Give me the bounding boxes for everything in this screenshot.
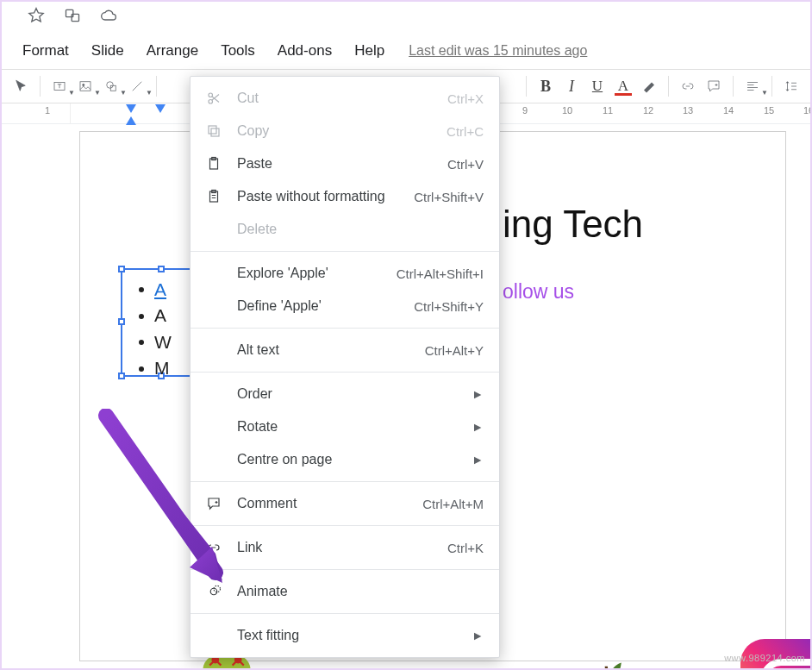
menu-item-paste[interactable]: PasteCtrl+V: [191, 147, 499, 180]
scissors-icon: [203, 91, 225, 106]
menu-item-define-apple[interactable]: Define 'Apple'Ctrl+Shift+Y: [191, 290, 499, 322]
menu-shortcut: Ctrl+X: [447, 91, 484, 106]
bullet-list: A A W M: [139, 277, 172, 382]
menu-slide[interactable]: Slide: [83, 39, 133, 63]
menu-separator: [191, 251, 499, 252]
submenu-arrow-icon: ►: [472, 420, 484, 434]
resize-handle[interactable]: [118, 266, 125, 272]
bold-button[interactable]: B: [534, 74, 558, 98]
indent-marker-left[interactable]: [126, 115, 136, 125]
ruler-tick: 14: [723, 105, 734, 116]
menu-shortcut: Ctrl+Alt+Shift+I: [397, 266, 484, 281]
separator: [771, 76, 772, 97]
link-icon: [203, 540, 225, 555]
menu-item-text-fitting[interactable]: Text fitting►: [191, 619, 499, 652]
menu-item-link[interactable]: LinkCtrl+K: [191, 531, 499, 564]
slide-title-text: ing Tech: [503, 203, 643, 246]
text-color-button[interactable]: A: [611, 74, 635, 98]
ruler-tick: 1: [45, 105, 50, 116]
menu-arrange[interactable]: Arrange: [138, 39, 207, 63]
menu-item-paste-without-formatting[interactable]: Paste without formattingCtrl+Shift+V: [191, 180, 499, 213]
menu-tools[interactable]: Tools: [212, 39, 264, 63]
textbox-tool[interactable]: ▼: [47, 74, 72, 98]
menu-separator: [191, 481, 499, 482]
menu-item-cut: CutCtrl+X: [191, 82, 499, 115]
menu-item-label: Delete: [237, 222, 484, 237]
resize-handle[interactable]: [158, 266, 165, 272]
context-menu: CutCtrl+XCopyCtrl+CPasteCtrl+VPaste with…: [190, 76, 500, 658]
menu-item-label: Order: [237, 386, 472, 402]
menu-item-rotate[interactable]: Rotate►: [191, 410, 499, 443]
follow-us-text: ollow us: [503, 280, 574, 304]
line-tool[interactable]: ▼: [125, 74, 149, 98]
image-tool[interactable]: ▼: [73, 74, 97, 98]
menu-shortcut: Ctrl+K: [447, 541, 484, 555]
menu-item-alt-text[interactable]: Alt textCtrl+Alt+Y: [191, 334, 499, 366]
separator: [40, 76, 41, 97]
menu-item-order[interactable]: Order►: [191, 378, 499, 410]
svg-rect-3: [80, 82, 91, 91]
menu-separator: [191, 569, 499, 570]
menu-separator: [191, 372, 499, 373]
list-item: W: [139, 329, 172, 355]
menu-item-label: Define 'Apple': [237, 298, 414, 314]
insert-link-button[interactable]: [676, 74, 700, 98]
menu-shortcut: Ctrl+Alt+Y: [425, 343, 484, 358]
menu-item-delete: Delete: [191, 213, 499, 246]
list-item: A: [139, 303, 172, 329]
indent-marker-hanging[interactable]: [155, 104, 166, 115]
menu-item-explore-apple[interactable]: Explore 'Apple'Ctrl+Alt+Shift+I: [191, 257, 499, 290]
menu-item-label: Comment: [237, 496, 422, 511]
list-item: M: [139, 355, 172, 381]
menu-item-label: Alt text: [237, 342, 425, 358]
star-icon[interactable]: [28, 7, 45, 27]
ruler-tick: 9: [522, 105, 528, 116]
menu-shortcut: Ctrl+Alt+M: [422, 497, 484, 511]
clipboard-plain-icon: [203, 189, 225, 204]
submenu-arrow-icon: ►: [472, 387, 484, 401]
menu-addons[interactable]: Add-ons: [269, 39, 340, 63]
menu-item-comment[interactable]: CommentCtrl+Alt+M: [191, 487, 499, 520]
copy-icon: [203, 123, 225, 139]
last-edit-link[interactable]: Last edit was 15 minutes ago: [409, 43, 587, 59]
resize-handle[interactable]: [118, 318, 125, 325]
bullet-icon: [139, 287, 144, 292]
menu-item-label: Text fitting: [237, 628, 472, 643]
ruler-tick: 13: [683, 105, 693, 116]
menu-item-copy: CopyCtrl+C: [191, 115, 499, 147]
resize-handle[interactable]: [118, 373, 125, 379]
menu-item-centre-on-page[interactable]: Centre on page►: [191, 443, 499, 476]
ruler-tick: 16: [803, 105, 812, 116]
ruler-tick: 10: [562, 105, 572, 116]
list-item: A: [139, 277, 172, 303]
shape-tool[interactable]: ▼: [99, 74, 123, 98]
separator: [156, 76, 157, 97]
translate-icon[interactable]: [64, 7, 81, 27]
menu-separator: [191, 613, 499, 614]
menu-format[interactable]: Format: [14, 39, 78, 63]
menu-shortcut: Ctrl+C: [447, 124, 484, 139]
insert-comment-button[interactable]: [702, 74, 726, 98]
underline-button[interactable]: U: [585, 74, 609, 98]
select-tool[interactable]: [9, 74, 33, 98]
indent-marker-first[interactable]: [126, 104, 136, 115]
menu-item-animate[interactable]: Animate: [191, 575, 499, 608]
menubar: Format Slide Arrange Tools Add-ons Help …: [2, 36, 810, 66]
separator: [733, 76, 734, 97]
ruler-tick: 11: [603, 105, 613, 116]
menu-shortcut: Ctrl+Shift+V: [414, 190, 484, 204]
cloud-icon[interactable]: [100, 7, 117, 27]
line-spacing-button[interactable]: [779, 74, 803, 98]
menu-help[interactable]: Help: [346, 39, 393, 63]
highlight-button[interactable]: [637, 74, 661, 98]
bullet-text: A: [154, 277, 166, 303]
svg-point-4: [83, 84, 84, 85]
align-button[interactable]: ▼: [740, 74, 765, 98]
menu-separator: [191, 328, 499, 329]
menu-item-label: Rotate: [237, 419, 472, 435]
menu-item-label: Centre on page: [237, 452, 472, 467]
italic-button[interactable]: I: [559, 74, 584, 98]
apple-image[interactable]: [559, 658, 658, 670]
menu-shortcut: Ctrl+V: [447, 157, 484, 172]
svg-rect-20: [209, 126, 216, 134]
